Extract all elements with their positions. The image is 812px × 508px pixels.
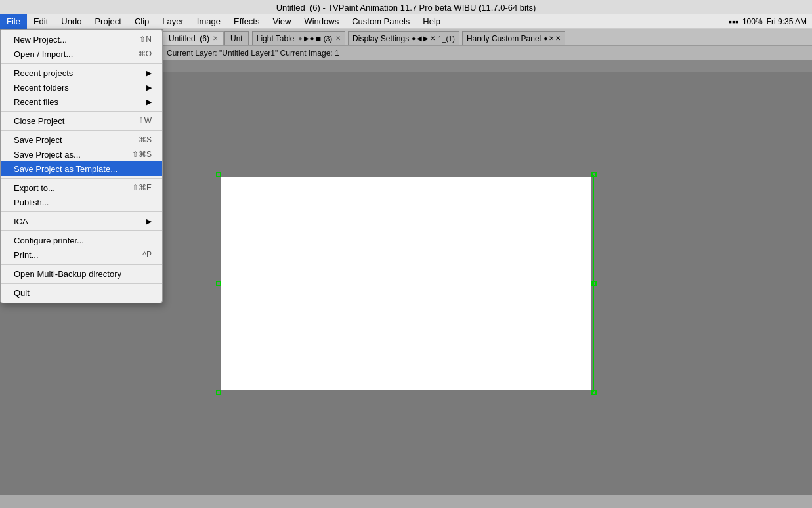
lt-ctrl3[interactable]: ◼ bbox=[316, 35, 321, 42]
menu-custom-panels[interactable]: Custom Panels bbox=[345, 14, 416, 29]
canvas-white bbox=[221, 177, 591, 390]
save-project-as-label: Save Project as... bbox=[14, 150, 81, 159]
layer-info-text: Current Layer: "Untitled Layer1" Current… bbox=[167, 49, 339, 58]
menubar-right: ▪▪▪ 100% Fri 9:35 AM bbox=[729, 16, 812, 27]
menu-save-project-as-template[interactable]: Save Project as Template... bbox=[1, 161, 162, 176]
menu-windows[interactable]: Windows bbox=[297, 14, 345, 29]
handle-ml[interactable] bbox=[216, 281, 221, 286]
lt-ctrl2[interactable]: ● bbox=[310, 35, 314, 42]
tab-light-table[interactable]: Light Table ● ▶ ● ◼ (3) ✕ bbox=[252, 31, 345, 45]
wifi-icon: ▪▪▪ bbox=[729, 16, 738, 27]
handle-tl[interactable] bbox=[216, 172, 221, 177]
layer-info-row: Current Layer: "Untitled Layer1" Current… bbox=[163, 46, 812, 60]
menu-recent-files[interactable]: Recent files ▶ bbox=[1, 95, 162, 109]
hcp-ctrl3[interactable]: ✕ bbox=[555, 35, 561, 42]
separator-8 bbox=[1, 283, 162, 284]
statusbar bbox=[0, 495, 812, 508]
tab-handy-custom-panel[interactable]: Handy Custom Panel ● ✕ ✕ bbox=[462, 31, 565, 45]
handle-bl[interactable] bbox=[216, 390, 221, 395]
new-project-label: New Project... bbox=[14, 35, 67, 45]
recent-projects-arrow: ▶ bbox=[146, 69, 152, 77]
lt-close[interactable]: ✕ bbox=[335, 35, 341, 42]
menu-help[interactable]: Help bbox=[416, 14, 447, 29]
recent-folders-label: Recent folders bbox=[14, 83, 69, 93]
clock: Fri 9:35 AM bbox=[767, 17, 807, 26]
open-import-shortcut: ⌘O bbox=[138, 49, 152, 58]
separator-2 bbox=[1, 111, 162, 112]
border-top bbox=[219, 175, 594, 175]
menu-edit[interactable]: Edit bbox=[27, 14, 54, 29]
file-dropdown-menu: New Project... ⇧N Open / Import... ⌘O Re… bbox=[0, 29, 163, 303]
hcp-ctrl1[interactable]: ● bbox=[544, 35, 547, 42]
separator-7 bbox=[1, 264, 162, 265]
lt-badge: (3) bbox=[324, 35, 332, 43]
ds-ctrl3[interactable]: ▶ bbox=[423, 35, 429, 42]
top-tab-row: Untitled_(6) ✕ Unt Light Table ● ▶ ● ◼ (… bbox=[163, 29, 812, 46]
menu-quit[interactable]: Quit bbox=[1, 286, 162, 300]
ica-arrow: ▶ bbox=[146, 217, 152, 226]
menu-new-project[interactable]: New Project... ⇧N bbox=[1, 32, 162, 47]
save-project-as-template-label: Save Project as Template... bbox=[14, 164, 118, 174]
menu-image[interactable]: Image bbox=[190, 14, 227, 29]
menu-save-project-as[interactable]: Save Project as... ⇧⌘S bbox=[1, 147, 162, 161]
tab-untitled6-close[interactable]: ✕ bbox=[213, 35, 218, 42]
handle-tr[interactable] bbox=[591, 172, 597, 177]
tab-untitled6[interactable]: Untitled_(6) ✕ bbox=[163, 31, 224, 45]
handy-custom-panel-label: Handy Custom Panel bbox=[467, 34, 541, 43]
menu-recent-folders[interactable]: Recent folders ▶ bbox=[1, 80, 162, 95]
publish-label: Publish... bbox=[14, 198, 49, 207]
menu-recent-projects[interactable]: Recent projects ▶ bbox=[1, 66, 162, 80]
lt-play[interactable]: ▶ bbox=[304, 35, 309, 42]
export-to-label: Export to... bbox=[14, 183, 55, 193]
recent-files-label: Recent files bbox=[14, 97, 58, 107]
menu-print[interactable]: Print... ^P bbox=[1, 247, 162, 262]
tab-untitled6-label: Untitled_(6) bbox=[169, 34, 209, 43]
menu-project[interactable]: Project bbox=[88, 14, 127, 29]
recent-projects-label: Recent projects bbox=[14, 68, 73, 78]
handle-br[interactable] bbox=[591, 390, 597, 395]
window-title: Untitled_(6) - TVPaint Animation 11.7 Pr… bbox=[276, 3, 536, 12]
configure-printer-label: Configure printer... bbox=[14, 236, 84, 245]
menu-publish[interactable]: Publish... bbox=[1, 195, 162, 209]
new-project-shortcut: ⇧N bbox=[139, 35, 152, 44]
tab-unt[interactable]: Unt bbox=[224, 31, 249, 45]
menu-layer[interactable]: Layer bbox=[156, 14, 190, 29]
ds-ctrl1[interactable]: ● bbox=[412, 35, 416, 42]
print-label: Print... bbox=[14, 250, 39, 260]
open-backup-label: Open Multi-Backup directory bbox=[14, 269, 121, 279]
menu-configure-printer[interactable]: Configure printer... bbox=[1, 233, 162, 247]
ds-ctrl4[interactable]: ✕ bbox=[430, 35, 435, 42]
ds-badge: 1_(1) bbox=[438, 35, 455, 43]
lt-ctrl1[interactable]: ● bbox=[299, 35, 303, 42]
print-shortcut: ^P bbox=[142, 250, 152, 259]
export-to-shortcut: ⇧⌘E bbox=[132, 183, 152, 192]
menu-save-project[interactable]: Save Project ⌘S bbox=[1, 133, 162, 147]
separator-6 bbox=[1, 230, 162, 231]
window-titlebar: Untitled_(6) - TVPaint Animation 11.7 Pr… bbox=[0, 0, 812, 14]
menu-open-backup[interactable]: Open Multi-Backup directory bbox=[1, 266, 162, 281]
menu-ica[interactable]: ICA ▶ bbox=[1, 214, 162, 228]
menu-view[interactable]: View bbox=[267, 14, 298, 29]
menu-effects[interactable]: Effects bbox=[227, 14, 267, 29]
hcp-ctrl2[interactable]: ✕ bbox=[549, 35, 554, 42]
separator-1 bbox=[1, 63, 162, 64]
battery-indicator: 100% bbox=[742, 17, 763, 26]
menu-clip[interactable]: Clip bbox=[128, 14, 156, 29]
separator-3 bbox=[1, 130, 162, 131]
handle-mr[interactable] bbox=[591, 281, 597, 286]
light-table-label: Light Table bbox=[257, 34, 295, 43]
menu-close-project[interactable]: Close Project ⇧W bbox=[1, 114, 162, 128]
ds-ctrl2[interactable]: ◀ bbox=[417, 35, 422, 42]
recent-folders-arrow: ▶ bbox=[146, 83, 152, 92]
menubar: File Edit Undo Project Clip Layer Image … bbox=[0, 14, 812, 29]
border-bottom bbox=[219, 392, 594, 392]
menu-undo[interactable]: Undo bbox=[54, 14, 88, 29]
menu-export-to[interactable]: Export to... ⇧⌘E bbox=[1, 180, 162, 195]
tab-display-settings[interactable]: Display Settings ● ◀ ▶ ✕ 1_(1) bbox=[348, 31, 459, 45]
ica-label: ICA bbox=[14, 217, 28, 226]
save-project-shortcut: ⌘S bbox=[139, 135, 152, 144]
menu-file[interactable]: File bbox=[0, 14, 27, 29]
separator-5 bbox=[1, 211, 162, 212]
menu-open-import[interactable]: Open / Import... ⌘O bbox=[1, 47, 162, 61]
close-project-label: Close Project bbox=[14, 116, 64, 126]
